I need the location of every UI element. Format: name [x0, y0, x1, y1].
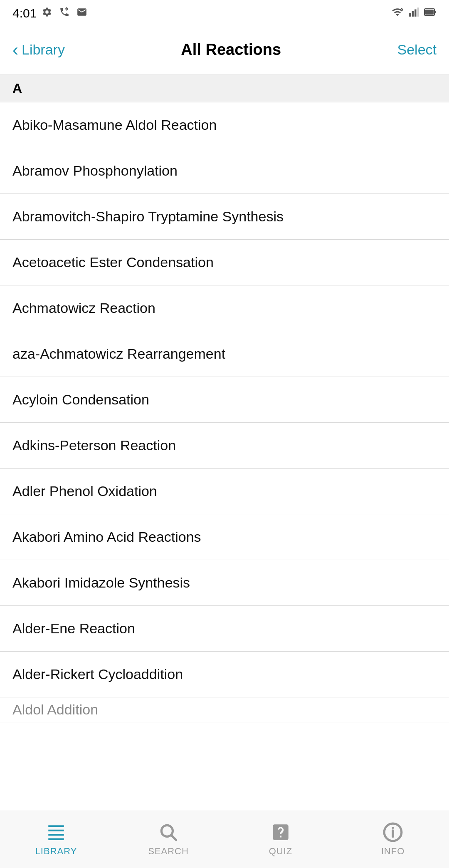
list-item-text: Alder-Rickert Cycloaddition: [12, 665, 183, 683]
list-item-text: Abramov Phosphonylation: [12, 161, 178, 180]
tab-info[interactable]: INFO: [351, 822, 434, 857]
list-item-text: aza-Achmatowicz Rearrangement: [12, 345, 225, 363]
svg-rect-11: [48, 838, 64, 840]
tab-library[interactable]: LIBRARY: [15, 822, 98, 857]
phone-missed-icon: [59, 7, 70, 20]
svg-rect-4: [417, 7, 419, 17]
status-time: 4:01: [12, 6, 37, 20]
list-item[interactable]: Abramovitch-Shapiro Tryptamine Synthesis: [0, 194, 449, 240]
list-item[interactable]: Acetoacetic Ester Condensation: [0, 240, 449, 285]
tab-quiz-label: QUIZ: [269, 846, 293, 857]
list-item[interactable]: Acyloin Condensation: [0, 377, 449, 423]
status-bar: 4:01: [0, 0, 449, 25]
list-item[interactable]: Abiko-Masamune Aldol Reaction: [0, 102, 449, 148]
tab-search[interactable]: SEARCH: [127, 822, 210, 857]
page-title: All Reactions: [65, 41, 397, 59]
list-item[interactable]: Abramov Phosphonylation: [0, 148, 449, 194]
status-icons-left: [42, 7, 87, 20]
gear-icon: [42, 7, 52, 20]
content-area: A Abiko-Masamune Aldol Reaction Abramov …: [0, 75, 449, 781]
list-item-text: Adkins-Peterson Reaction: [12, 436, 176, 454]
tab-quiz[interactable]: QUIZ: [239, 822, 322, 857]
list-item[interactable]: aza-Achmatowicz Rearrangement: [0, 331, 449, 377]
library-icon: [46, 822, 67, 843]
list-item-text: Abramovitch-Shapiro Tryptamine Synthesis: [12, 207, 284, 226]
list-item[interactable]: Achmatowicz Reaction: [0, 285, 449, 331]
select-button[interactable]: Select: [397, 42, 437, 58]
svg-rect-9: [48, 829, 64, 831]
svg-rect-6: [425, 10, 434, 15]
svg-rect-1: [409, 13, 411, 17]
tab-search-label: SEARCH: [148, 846, 189, 857]
list-item[interactable]: Adkins-Peterson Reaction: [0, 423, 449, 469]
section-header-a: A: [0, 75, 449, 102]
quiz-icon: [270, 822, 291, 843]
list-item-text: Aldol Addition: [12, 700, 98, 719]
svg-rect-10: [48, 834, 64, 836]
tab-bar: LIBRARY SEARCH QUIZ INFO: [0, 810, 449, 868]
info-icon: [382, 822, 403, 843]
status-icons-right: [392, 6, 437, 20]
list-item-text: Akabori Amino Acid Reactions: [12, 528, 201, 546]
wifi-icon: [392, 6, 403, 20]
svg-line-13: [171, 835, 176, 840]
email-icon: [76, 7, 87, 20]
tab-info-label: INFO: [381, 846, 405, 857]
svg-rect-3: [414, 10, 416, 17]
svg-point-16: [392, 827, 394, 829]
list-item[interactable]: Akabori Imidazole Synthesis: [0, 560, 449, 606]
list-item-text: Adler Phenol Oxidation: [12, 482, 157, 500]
search-icon: [158, 822, 179, 843]
list-item-text: Alder-Ene Reaction: [12, 619, 135, 637]
nav-bar: ‹ Library All Reactions Select: [0, 25, 449, 75]
list-item-text: Acyloin Condensation: [12, 390, 149, 409]
signal-icon: [408, 7, 419, 20]
list-item-text: Achmatowicz Reaction: [12, 299, 155, 317]
list-item-text: Acetoacetic Ester Condensation: [12, 253, 214, 271]
back-chevron-icon: ‹: [12, 41, 18, 59]
list-item-text: Akabori Imidazole Synthesis: [12, 573, 190, 592]
list-item[interactable]: Adler Phenol Oxidation: [0, 469, 449, 514]
svg-rect-8: [48, 825, 64, 827]
list-item[interactable]: Akabori Amino Acid Reactions: [0, 514, 449, 560]
svg-rect-7: [434, 11, 436, 13]
svg-rect-2: [412, 11, 414, 17]
list-item[interactable]: Alder-Ene Reaction: [0, 606, 449, 652]
tab-library-label: LIBRARY: [35, 846, 77, 857]
back-label: Library: [22, 42, 65, 58]
list-item[interactable]: Aldol Addition: [0, 697, 449, 722]
back-button[interactable]: ‹ Library: [12, 41, 65, 59]
list-item-text: Abiko-Masamune Aldol Reaction: [12, 116, 217, 134]
list-item[interactable]: Alder-Rickert Cycloaddition: [0, 652, 449, 697]
battery-icon: [424, 7, 437, 20]
